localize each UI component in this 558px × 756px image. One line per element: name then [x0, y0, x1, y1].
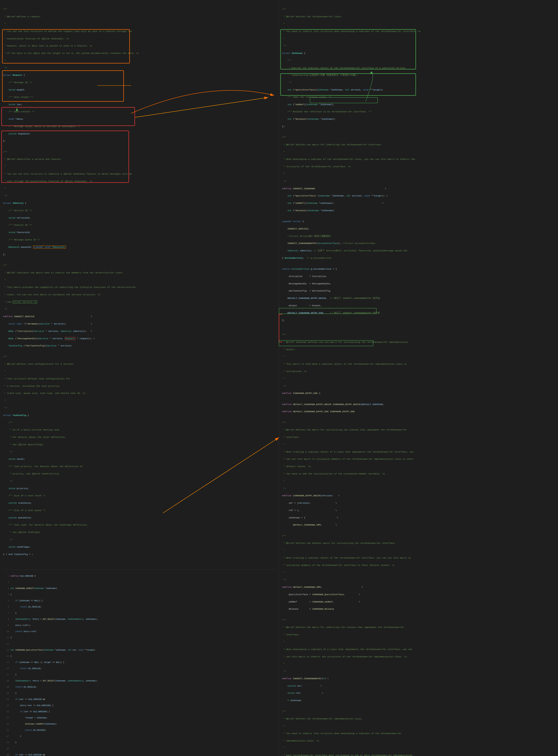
small-code-block: 1#define OLD_VERSION 0 2 3int IUNKNOWN_A… [3, 572, 276, 756]
left-panel: /** * @brief Defines a request. * * You … [0, 0, 279, 756]
right-code: /** * @brief Defines the <b>IUnknown</b>… [282, 4, 555, 756]
left-code: /** * @brief Defines a request. * * You … [3, 4, 276, 563]
small-code-section: 1#define OLD_VERSION 0 2 3int IUNKNOWN_A… [3, 569, 276, 756]
main-container: /** * @brief Defines a request. * * You … [0, 0, 558, 756]
right-panel: /** * @brief Defines the <b>IUnknown</b>… [279, 0, 558, 756]
